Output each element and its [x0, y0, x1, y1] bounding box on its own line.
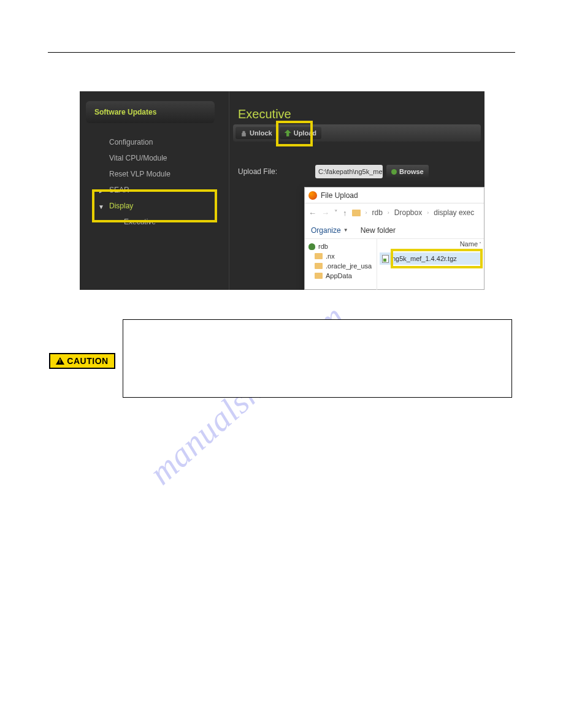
crumb-rdb[interactable]: rdb — [372, 208, 383, 217]
upload-file-label: Upload File: — [238, 167, 277, 176]
browse-label: Browse — [399, 168, 424, 175]
nav-up-icon[interactable]: ↑ — [343, 208, 347, 218]
crumb-sep-icon: › — [366, 210, 367, 216]
page: manualshive.com Software Updates Configu… — [0, 0, 563, 728]
crumb-dropbox[interactable]: Dropbox — [394, 208, 422, 217]
highlight-upload — [276, 121, 313, 146]
folder-icon — [315, 263, 323, 269]
folder-tree: rdb .nx .oracle_jre_usa AppData — [305, 239, 377, 290]
tree-item[interactable]: .nx — [308, 251, 373, 261]
dialog-nav: ← → ˅ ↑ › rdb › Dropbox › display exec — [305, 203, 484, 222]
folder-icon — [315, 253, 323, 259]
sidebar-item-vital-cpu[interactable]: Vital CPU/Module — [80, 150, 229, 166]
tree-label: .nx — [326, 252, 335, 260]
unlock-label: Unlock — [250, 129, 272, 137]
tree-item[interactable]: AppData — [308, 271, 373, 281]
upload-path-input[interactable]: C:\fakepath\ng5k_mef_1 — [315, 165, 383, 178]
nav-forward-icon[interactable]: → — [321, 208, 329, 218]
user-icon — [308, 243, 315, 250]
unlock-button[interactable]: Unlock — [236, 127, 277, 139]
organize-menu[interactable]: Organize ▼ — [311, 226, 348, 235]
browse-icon — [391, 169, 397, 175]
folder-icon — [315, 273, 323, 279]
highlight-file — [391, 249, 483, 268]
sidebar-header-label: Software Updates — [94, 108, 156, 116]
dialog-toolbar: Organize ▼ New folder — [305, 222, 484, 239]
organize-label: Organize — [311, 226, 341, 235]
tree-label: .oracle_jre_usa — [326, 262, 372, 270]
highlight-display-executive — [92, 189, 217, 222]
main-area: Executive Unlock Upload Upload File: C:\… — [229, 91, 484, 290]
dialog-titlebar: File Upload — [305, 188, 484, 203]
sidebar-item-label: Configuration — [109, 138, 153, 146]
column-header-name[interactable]: Name — [460, 240, 478, 248]
warning-triangle-icon — [56, 357, 64, 365]
file-icon — [382, 255, 389, 263]
new-folder-button[interactable]: New folder — [361, 226, 396, 235]
sidebar: Software Updates Configuration Vital CPU… — [80, 91, 229, 290]
caution-label: CAUTION — [49, 353, 115, 369]
browse-button[interactable]: Browse — [386, 165, 429, 178]
tree-label: rdb — [318, 243, 328, 250]
nav-back-icon[interactable]: ← — [308, 208, 316, 218]
sidebar-item-reset-vlp[interactable]: Reset VLP Module — [80, 166, 229, 182]
sort-asc-icon: ˄ — [479, 241, 481, 247]
caution-box — [123, 319, 512, 398]
chevron-down-icon: ▼ — [343, 227, 348, 233]
tree-item[interactable]: rdb — [308, 241, 373, 251]
crumb-sep-icon: › — [427, 210, 429, 216]
crumb-sep-icon: › — [388, 210, 389, 216]
caution-text: CAUTION — [67, 356, 108, 366]
upload-path-value: C:\fakepath\ng5k_mef_1 — [318, 168, 383, 175]
sidebar-header[interactable]: Software Updates — [86, 101, 215, 123]
sidebar-item-label: Vital CPU/Module — [109, 154, 167, 162]
sidebar-item-configuration[interactable]: Configuration — [80, 134, 229, 150]
toolbar: Unlock Upload — [233, 124, 481, 142]
firefox-icon — [308, 191, 317, 200]
page-title: Executive — [238, 107, 291, 121]
file-upload-dialog: File Upload ← → ˅ ↑ › rdb › Dropbox › di… — [304, 187, 484, 290]
sidebar-item-label: Reset VLP Module — [109, 170, 170, 178]
tree-label: AppData — [326, 272, 352, 279]
folder-icon — [352, 210, 361, 216]
nav-recent-icon[interactable]: ˅ — [334, 209, 338, 217]
lock-icon — [240, 130, 247, 137]
crumb-display-exec[interactable]: display exec — [434, 208, 474, 217]
app-screenshot: Software Updates Configuration Vital CPU… — [80, 91, 484, 290]
header-rule — [48, 52, 515, 53]
tree-item[interactable]: .oracle_jre_usa — [308, 261, 373, 271]
dialog-title: File Upload — [321, 191, 358, 200]
